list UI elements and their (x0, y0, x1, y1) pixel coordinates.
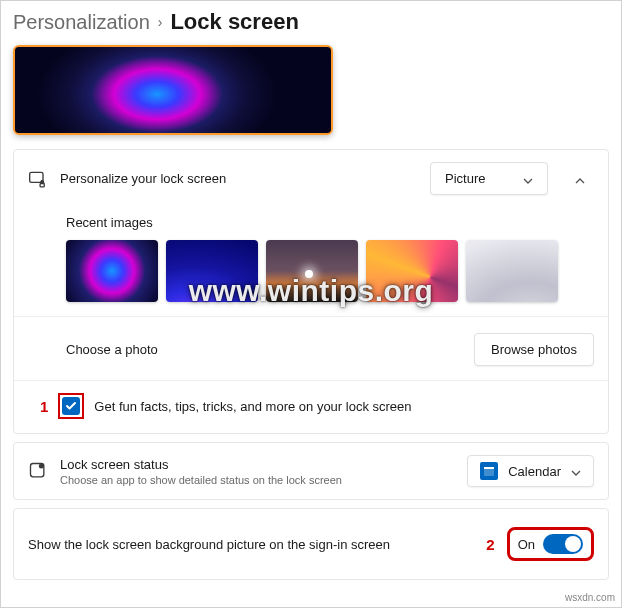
chevron-up-icon (575, 174, 585, 184)
toggle-label: On (518, 537, 535, 552)
background-type-dropdown[interactable]: Picture (430, 162, 548, 195)
annotation-box-2: On (507, 527, 594, 561)
browse-photos-button[interactable]: Browse photos (474, 333, 594, 366)
recent-images-label: Recent images (66, 215, 594, 230)
annotation-box-1 (58, 393, 84, 419)
status-desc: Choose an app to show detailed status on… (60, 474, 455, 486)
status-row[interactable]: Lock screen status Choose an app to show… (14, 443, 608, 499)
picture-lock-icon (28, 169, 48, 189)
chevron-down-icon (523, 174, 533, 184)
calendar-icon (480, 462, 498, 480)
breadcrumb-parent[interactable]: Personalization (13, 11, 150, 34)
choose-photo-label: Choose a photo (66, 342, 158, 357)
fun-facts-row: 1 Get fun facts, tips, tricks, and more … (14, 380, 608, 433)
svg-rect-6 (484, 467, 494, 469)
dropdown-value: Picture (445, 171, 485, 186)
recent-image-thumb[interactable] (466, 240, 558, 302)
annotation-number-1: 1 (40, 398, 48, 415)
chevron-down-icon (571, 466, 581, 476)
annotation-number-2: 2 (486, 536, 494, 553)
fun-facts-label: Get fun facts, tips, tricks, and more on… (94, 399, 411, 414)
status-app-icon (28, 461, 48, 481)
lock-screen-status-card: Lock screen status Choose an app to show… (13, 442, 609, 500)
signin-row: Show the lock screen background picture … (14, 509, 608, 579)
personalize-card: Personalize your lock screen Picture Rec… (13, 149, 609, 434)
status-text: Lock screen status Choose an app to show… (60, 457, 455, 486)
source-mark: wsxdn.com (565, 592, 615, 603)
personalize-label: Personalize your lock screen (60, 171, 418, 186)
signin-background-card: Show the lock screen background picture … (13, 508, 609, 580)
status-dropdown-value: Calendar (508, 464, 561, 479)
recent-images-list (66, 240, 594, 302)
choose-photo-row: Choose a photo Browse photos (14, 316, 608, 380)
breadcrumb: Personalization › Lock screen (1, 1, 621, 39)
recent-image-thumb[interactable] (266, 240, 358, 302)
collapse-button[interactable] (566, 165, 594, 193)
svg-point-4 (40, 464, 44, 468)
lock-screen-preview (13, 45, 333, 135)
recent-image-thumb[interactable] (366, 240, 458, 302)
personalize-header-row[interactable]: Personalize your lock screen Picture (14, 150, 608, 207)
signin-background-toggle[interactable] (543, 534, 583, 554)
chevron-right-icon: › (158, 14, 163, 30)
recent-images-section: Recent images (14, 215, 608, 316)
signin-label: Show the lock screen background picture … (28, 537, 474, 552)
recent-image-thumb[interactable] (66, 240, 158, 302)
status-title: Lock screen status (60, 457, 455, 472)
fun-facts-checkbox[interactable] (62, 397, 80, 415)
svg-rect-2 (40, 183, 44, 186)
status-app-dropdown[interactable]: Calendar (467, 455, 594, 487)
page-title: Lock screen (170, 9, 298, 35)
recent-image-thumb[interactable] (166, 240, 258, 302)
